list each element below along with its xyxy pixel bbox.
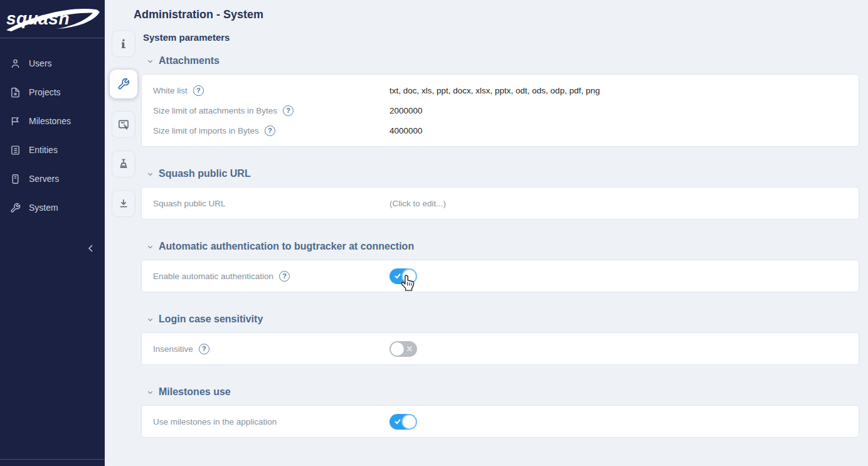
sidebar-nav: Users Projects Milestones Entities [0,38,105,222]
section-header-login-case[interactable]: Login case sensitivity [146,314,859,325]
sidebar-item-label: Entities [29,145,58,155]
chevron-down-icon [146,170,154,178]
section-header-public-url[interactable]: Squash public URL [146,168,859,179]
check-icon [394,418,401,425]
sidebar-item-label: System [29,203,58,213]
x-icon [406,345,413,352]
sidebar-item-label: Servers [29,174,59,184]
setting-label: Use milestones in the application [153,417,277,426]
setting-row-import-size-limit: Size limit of imports in Bytes ? 4000000 [142,120,859,140]
setting-row-enable-auto-auth: Enable automatic authentication ? [142,266,859,286]
note-edit-icon [117,119,130,131]
public-url-card: Squash public URL (Click to edit...) [141,187,859,220]
sidebar-item-entities[interactable]: Entities [0,135,105,164]
setting-row-attachment-size-limit: Size limit of attachments in Bytes ? 200… [142,100,859,120]
chevron-down-icon [146,57,154,65]
setting-label: Size limit of imports in Bytes [153,126,259,135]
attachments-card: White list ? txt, doc, xls, ppt, docx, x… [141,74,859,147]
help-icon[interactable]: ? [283,105,294,116]
setting-row-public-url: Squash public URL (Click to edit...) [142,193,859,213]
broom-icon [117,158,130,171]
sidebar-item-label: Users [29,58,52,68]
sidebar-item-label: Milestones [29,116,71,126]
setting-row-insensitive: Insensitive ? [142,339,859,359]
document-icon [10,87,21,98]
tab-system-settings[interactable] [110,70,137,98]
chevron-down-icon [146,315,154,324]
toggle-knob [391,342,404,356]
check-icon [394,272,401,280]
sidebar: squash Users Projects [0,0,105,466]
section-header-auto-auth[interactable]: Automatic authentication to bugtracker a… [146,241,859,252]
setting-value-white-list[interactable]: txt, doc, xls, ppt, docx, xlsx, pptx, od… [389,86,600,95]
setting-label: Enable automatic authentication [153,272,273,281]
login-case-toggle[interactable] [389,341,417,357]
setting-row-use-milestones: Use milestones in the application [142,411,859,432]
auto-auth-toggle[interactable] [389,268,417,284]
tab-cleaning[interactable] [112,151,135,177]
vertical-tabstrip [106,30,141,217]
sidebar-item-system[interactable]: System [0,193,105,222]
tab-messages[interactable] [112,111,135,138]
sidebar-item-users[interactable]: Users [0,49,105,78]
help-icon[interactable]: ? [279,271,290,282]
help-icon[interactable]: ? [199,344,209,354]
page-subtitle: System parameters [143,32,859,43]
setting-label: Insensitive [153,344,193,354]
clipboard-icon [10,145,21,156]
app-window: squash Users Projects [0,0,868,466]
tab-info[interactable] [112,30,135,57]
user-icon [10,58,21,69]
milestones-toggle[interactable] [389,414,417,430]
section-title: Automatic authentication to bugtracker a… [159,241,414,252]
sidebar-item-label: Projects [29,87,61,97]
chevron-down-icon [146,243,154,251]
help-icon[interactable]: ? [193,85,204,96]
setting-value-attachment-size-limit[interactable]: 2000000 [389,106,423,115]
content-area: System parameters Attachments White list… [105,32,868,438]
sidebar-collapse-row [0,242,105,255]
section-title: Attachments [159,55,220,66]
tab-downloads[interactable] [112,190,135,217]
help-icon[interactable]: ? [265,125,275,136]
login-case-card: Insensitive ? [141,332,859,365]
logo-text: squash [0,9,70,29]
download-icon [117,198,130,210]
sidebar-item-projects[interactable]: Projects [0,78,105,107]
chevron-down-icon [146,388,154,396]
section-header-milestones-use[interactable]: Milestones use [146,386,859,398]
page-title: Administration - System [105,0,868,21]
info-icon [117,38,130,50]
wrench-icon [117,78,130,90]
server-icon [10,174,21,184]
wrench-icon [10,203,21,213]
sidebar-footer-divider [0,459,105,466]
main-panel: Administration - System [105,0,868,466]
auto-auth-card: Enable automatic authentication ? [141,260,859,292]
logo[interactable]: squash [0,0,105,38]
setting-value-import-size-limit[interactable]: 4000000 [389,126,423,135]
setting-value-public-url[interactable]: (Click to edit...) [389,199,446,208]
toggle-knob [403,270,416,283]
chevron-left-icon[interactable] [85,242,97,255]
toggle-knob [403,415,416,428]
section-title: Login case sensitivity [159,314,263,325]
sidebar-item-servers[interactable]: Servers [0,164,105,193]
setting-label: Squash public URL [153,199,226,208]
section-header-attachments[interactable]: Attachments [146,55,859,66]
setting-label: White list [153,86,188,95]
setting-label: Size limit of attachments in Bytes [153,106,277,115]
section-title: Milestones use [159,386,231,398]
sidebar-item-milestones[interactable]: Milestones [0,107,105,135]
milestones-use-card: Use milestones in the application [141,405,859,438]
section-title: Squash public URL [159,168,251,179]
flag-icon [10,116,21,127]
setting-row-white-list: White list ? txt, doc, xls, ppt, docx, x… [142,80,859,100]
